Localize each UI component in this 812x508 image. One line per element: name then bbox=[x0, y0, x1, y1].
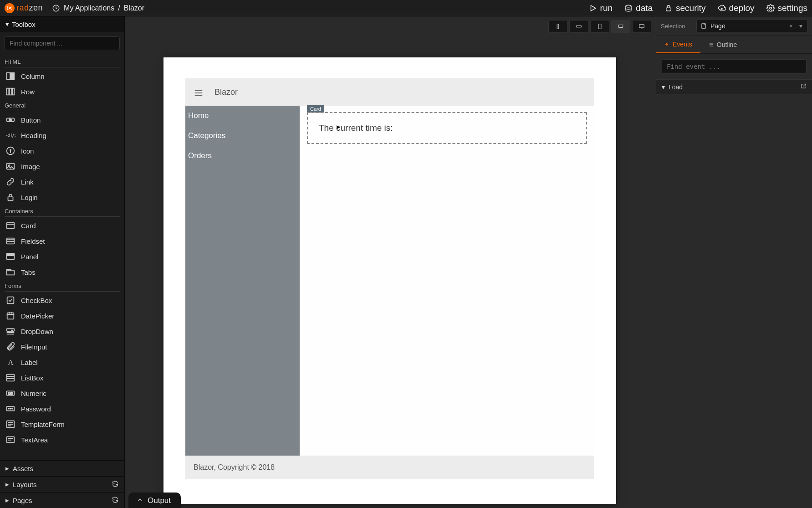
svg-rect-5 bbox=[11, 73, 14, 80]
external-link-icon[interactable] bbox=[800, 83, 807, 91]
page-icon bbox=[700, 23, 707, 29]
viewport-laptop[interactable] bbox=[611, 20, 630, 33]
component-image[interactable]: Image bbox=[5, 159, 120, 174]
component-datepicker[interactable]: DatePicker bbox=[5, 308, 120, 323]
component-column[interactable]: Column bbox=[5, 68, 120, 84]
svg-rect-2 bbox=[666, 8, 671, 11]
breadcrumb-sep: / bbox=[118, 4, 120, 12]
sync-icon[interactable] bbox=[112, 496, 119, 505]
pages-section[interactable]: ▸ Pages bbox=[0, 492, 124, 508]
component-search-input[interactable] bbox=[5, 36, 120, 50]
run-button[interactable]: run bbox=[589, 3, 613, 13]
caret-right-icon: ▸ bbox=[5, 496, 9, 504]
chevron-down-icon[interactable]: ▾ bbox=[798, 22, 803, 30]
component-textarea[interactable]: TextArea bbox=[5, 432, 120, 447]
component-button[interactable]: btnButton bbox=[5, 112, 120, 128]
svg-rect-17 bbox=[7, 223, 15, 229]
component-password[interactable]: Password bbox=[5, 401, 120, 416]
svg-rect-23 bbox=[7, 313, 14, 319]
card-selection-tag[interactable]: Card bbox=[307, 105, 324, 113]
right-sidebar: Selection Page × ▾ Events Outline ▾ Load bbox=[656, 16, 812, 508]
tab-events[interactable]: Events bbox=[656, 36, 700, 53]
toolbox-group-containers: Containers bbox=[5, 205, 120, 217]
panel-icon bbox=[5, 251, 15, 262]
templateform-icon bbox=[5, 419, 15, 429]
outline-icon bbox=[709, 42, 714, 47]
security-button[interactable]: security bbox=[664, 3, 705, 13]
svg-rect-40 bbox=[702, 24, 705, 29]
caret-right-icon: ▸ bbox=[5, 480, 9, 488]
password-icon bbox=[5, 404, 15, 414]
svg-rect-16 bbox=[8, 197, 13, 200]
dashboard-icon bbox=[52, 4, 60, 12]
component-heading[interactable]: <H/>Heading bbox=[5, 128, 120, 143]
viewport-phone[interactable] bbox=[548, 20, 567, 33]
component-templateform[interactable]: TemplateForm bbox=[5, 416, 120, 432]
topbar-actions: run data security deploy settings bbox=[589, 3, 807, 13]
breadcrumb-root[interactable]: My Applications bbox=[64, 4, 114, 12]
component-numeric[interactable]: 123Numeric bbox=[5, 385, 120, 401]
tab-outline[interactable]: Outline bbox=[700, 36, 745, 53]
toolbox-header[interactable]: ▾ Toolbox bbox=[0, 16, 124, 32]
svg-point-31 bbox=[10, 408, 11, 409]
assets-section[interactable]: ▸ Assets bbox=[0, 460, 124, 476]
event-load[interactable]: ▾ Load bbox=[656, 79, 812, 94]
datepicker-icon bbox=[5, 311, 15, 321]
nav-orders[interactable]: Orders bbox=[185, 146, 300, 166]
component-label[interactable]: ALabel bbox=[5, 354, 120, 370]
app-content[interactable]: Card The current time is: bbox=[300, 106, 594, 456]
breadcrumb-current[interactable]: Blazor bbox=[124, 4, 144, 12]
output-tab[interactable]: Output bbox=[128, 493, 181, 508]
layouts-section[interactable]: ▸ Layouts bbox=[0, 476, 124, 492]
column-icon bbox=[5, 71, 15, 81]
deploy-button[interactable]: deploy bbox=[718, 3, 755, 13]
selection-value: Page bbox=[710, 22, 725, 30]
component-fieldset[interactable]: Fieldset bbox=[5, 233, 120, 249]
fileinput-icon bbox=[5, 342, 15, 352]
component-row[interactable]: Row bbox=[5, 84, 120, 99]
component-icon[interactable]: Icon bbox=[5, 143, 120, 159]
svg-rect-36 bbox=[577, 26, 582, 27]
svg-point-13 bbox=[10, 149, 11, 150]
svg-rect-21 bbox=[7, 271, 15, 275]
svg-point-30 bbox=[8, 408, 9, 409]
sync-icon[interactable] bbox=[112, 480, 119, 489]
logo[interactable]: !< radzen bbox=[5, 3, 43, 13]
label-icon: A bbox=[5, 357, 15, 367]
left-sidebar: ▾ Toolbox HTMLColumnRowGeneralbtnButton<… bbox=[0, 16, 125, 508]
component-login[interactable]: Login bbox=[5, 190, 120, 205]
viewport-desktop[interactable] bbox=[632, 20, 651, 33]
hamburger-icon[interactable] bbox=[194, 88, 204, 96]
card-component[interactable]: The current time is: bbox=[307, 112, 587, 144]
app-title: Blazor bbox=[214, 87, 238, 97]
caret-down-icon: ▾ bbox=[662, 83, 665, 91]
nav-categories[interactable]: Categories bbox=[185, 126, 300, 146]
viewport-tablet[interactable] bbox=[590, 20, 609, 33]
topbar: !< radzen My Applications / Blazor run d… bbox=[0, 0, 812, 16]
component-listbox[interactable]: ListBox bbox=[5, 370, 120, 385]
event-search-input[interactable] bbox=[662, 59, 807, 74]
clear-selection-icon[interactable]: × bbox=[787, 22, 795, 30]
component-dropdown[interactable]: DropDown bbox=[5, 323, 120, 339]
button-icon: btn bbox=[5, 115, 15, 125]
image-icon bbox=[5, 161, 15, 171]
heading-icon: <H/> bbox=[5, 130, 15, 140]
component-link[interactable]: Link bbox=[5, 174, 120, 190]
toolbox-group-html: HTML bbox=[5, 56, 120, 67]
viewport-toolbar bbox=[548, 20, 651, 33]
component-tabs[interactable]: Tabs bbox=[5, 264, 120, 280]
selection-dropdown[interactable]: Page × ▾ bbox=[696, 20, 807, 32]
component-panel[interactable]: Panel bbox=[5, 249, 120, 264]
canvas-area: Blazor Home Categories Orders Card The c… bbox=[125, 16, 656, 508]
tabs-icon bbox=[5, 267, 15, 277]
component-card[interactable]: Card bbox=[5, 218, 120, 233]
data-button[interactable]: data bbox=[624, 3, 653, 13]
svg-rect-39 bbox=[639, 25, 644, 28]
settings-button[interactable]: settings bbox=[766, 3, 807, 13]
viewport-phone-land[interactable] bbox=[569, 20, 588, 33]
design-surface[interactable]: Blazor Home Categories Orders Card The c… bbox=[163, 57, 616, 504]
component-checkbox[interactable]: CheckBox bbox=[5, 292, 120, 308]
nav-home[interactable]: Home bbox=[185, 106, 300, 126]
component-fileinput[interactable]: FileInput bbox=[5, 339, 120, 354]
svg-text:<H/>: <H/> bbox=[6, 133, 15, 138]
